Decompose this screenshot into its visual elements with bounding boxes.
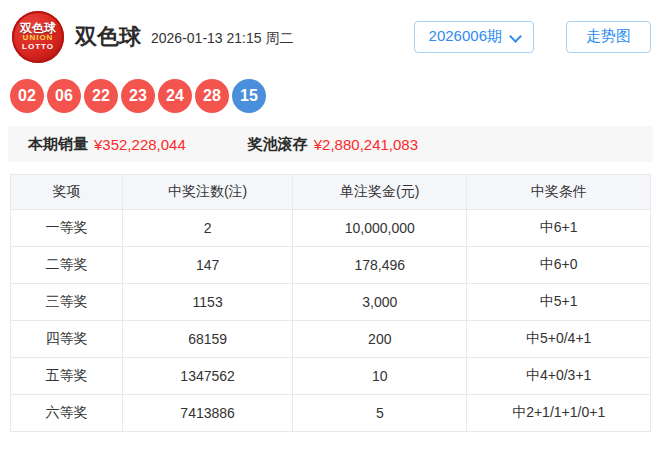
- page-title: 双色球: [75, 22, 141, 52]
- red-ball: 06: [47, 79, 81, 113]
- table-row: 五等奖134756210中4+0/3+1: [11, 358, 651, 395]
- table-cell: 7413886: [123, 395, 293, 432]
- table-cell: 147: [123, 247, 293, 284]
- draw-datetime: 2026-01-13 21:15 周二: [151, 30, 293, 48]
- union-lotto-logo: 双色球 UNION LOTTO: [12, 11, 64, 63]
- sales-label: 本期销量: [28, 135, 88, 154]
- table-cell: 六等奖: [11, 395, 123, 432]
- page-header: 双色球 UNION LOTTO 双色球 2026-01-13 21:15 周二 …: [0, 0, 661, 64]
- red-ball: 22: [84, 79, 118, 113]
- table-cell: 中4+0/3+1: [467, 358, 651, 395]
- table-cell: 10,000,000: [293, 210, 467, 247]
- table-cell: 178,496: [293, 247, 467, 284]
- prize-table: 奖项中奖注数(注)单注奖金(元)中奖条件 一等奖210,000,000中6+1二…: [10, 174, 651, 432]
- red-ball: 02: [10, 79, 44, 113]
- table-cell: 68159: [123, 321, 293, 358]
- table-row: 二等奖147178,496中6+0: [11, 247, 651, 284]
- table-row: 一等奖210,000,000中6+1: [11, 210, 651, 247]
- table-cell: 2: [123, 210, 293, 247]
- table-header-cell: 奖项: [11, 175, 123, 210]
- pool-label: 奖池滚存: [248, 135, 308, 154]
- table-cell: 中2+1/1+1/0+1: [467, 395, 651, 432]
- table-cell: 1347562: [123, 358, 293, 395]
- prize-table-header-row: 奖项中奖注数(注)单注奖金(元)中奖条件: [11, 175, 651, 210]
- trend-chart-button[interactable]: 走势图: [566, 21, 651, 53]
- table-cell: 中6+0: [467, 247, 651, 284]
- header-controls: 2026006期 走势图: [414, 21, 653, 53]
- trend-chart-button-label: 走势图: [586, 27, 631, 46]
- red-ball: 23: [121, 79, 155, 113]
- red-ball: 28: [195, 79, 229, 113]
- table-cell: 三等奖: [11, 284, 123, 321]
- table-row: 三等奖11533,000中5+1: [11, 284, 651, 321]
- table-row: 六等奖74138865中2+1/1+1/0+1: [11, 395, 651, 432]
- table-cell: 二等奖: [11, 247, 123, 284]
- table-cell: 1153: [123, 284, 293, 321]
- table-cell: 一等奖: [11, 210, 123, 247]
- prize-table-body: 一等奖210,000,000中6+1二等奖147178,496中6+0三等奖11…: [11, 210, 651, 432]
- table-cell: 中5+0/4+1: [467, 321, 651, 358]
- table-header-cell: 单注奖金(元): [293, 175, 467, 210]
- issue-select[interactable]: 2026006期: [414, 21, 534, 53]
- logo-text-lotto: LOTTO: [22, 43, 54, 51]
- sales-value: ¥352,228,044: [94, 136, 186, 153]
- table-cell: 四等奖: [11, 321, 123, 358]
- table-row: 四等奖68159200中5+0/4+1: [11, 321, 651, 358]
- summary-bar: 本期销量 ¥352,228,044 奖池滚存 ¥2,880,241,083: [8, 126, 653, 162]
- red-ball: 24: [158, 79, 192, 113]
- table-cell: 5: [293, 395, 467, 432]
- issue-select-label: 2026006期: [429, 27, 502, 46]
- ball-row: 02062223242815: [0, 79, 661, 113]
- table-header-cell: 中奖注数(注): [123, 175, 293, 210]
- table-cell: 200: [293, 321, 467, 358]
- table-header-cell: 中奖条件: [467, 175, 651, 210]
- table-cell: 五等奖: [11, 358, 123, 395]
- table-cell: 中5+1: [467, 284, 651, 321]
- pool-value: ¥2,880,241,083: [314, 136, 418, 153]
- blue-ball: 15: [232, 79, 266, 113]
- table-cell: 10: [293, 358, 467, 395]
- table-cell: 3,000: [293, 284, 467, 321]
- chevron-down-icon: [511, 29, 521, 39]
- table-cell: 中6+1: [467, 210, 651, 247]
